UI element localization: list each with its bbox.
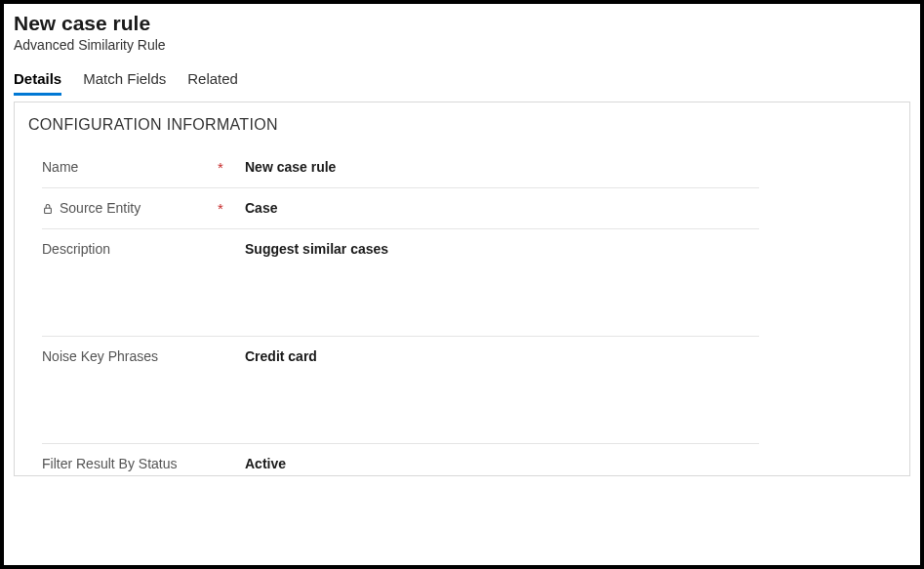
field-row-noise-key-phrases: Noise Key Phrases Credit card — [42, 337, 759, 444]
field-label-noise-key-phrases: Noise Key Phrases — [42, 348, 158, 364]
required-indicator: * — [218, 159, 241, 176]
tab-list: Details Match Fields Related — [4, 57, 920, 96]
tab-related[interactable]: Related — [187, 70, 238, 96]
page-title: New case rule — [14, 12, 910, 35]
section-title: CONFIGURATION INFORMATION — [28, 116, 896, 134]
field-value-source-entity[interactable]: Case — [241, 200, 277, 216]
configuration-section: CONFIGURATION INFORMATION Name * New cas… — [14, 102, 910, 476]
field-value-name[interactable]: New case rule — [241, 159, 336, 175]
required-indicator: * — [218, 200, 241, 217]
field-row-name: Name * New case rule — [42, 147, 759, 188]
field-value-description[interactable]: Suggest similar cases — [241, 241, 388, 257]
field-label-filter-result-by-status: Filter Result By Status — [42, 456, 178, 471]
field-row-filter-result-by-status: Filter Result By Status Active — [42, 444, 759, 475]
svg-rect-0 — [45, 208, 52, 213]
field-value-filter-result-by-status[interactable]: Active — [241, 456, 286, 471]
field-label-wrap: Source Entity — [42, 200, 218, 216]
field-label-wrap: Description — [42, 241, 218, 257]
field-row-source-entity: Source Entity * Case — [42, 188, 759, 229]
lock-icon — [42, 202, 54, 214]
tab-details[interactable]: Details — [14, 70, 61, 96]
field-label-wrap: Name — [42, 159, 218, 175]
field-label-wrap: Filter Result By Status — [42, 456, 218, 471]
field-value-noise-key-phrases[interactable]: Credit card — [241, 348, 317, 364]
field-label-source-entity: Source Entity — [60, 200, 141, 216]
field-label-description: Description — [42, 241, 110, 257]
tab-match-fields[interactable]: Match Fields — [83, 70, 166, 96]
page-subtitle: Advanced Similarity Rule — [14, 37, 910, 53]
form-header: New case rule Advanced Similarity Rule — [4, 4, 920, 57]
field-row-description: Description Suggest similar cases — [42, 229, 759, 337]
field-label-wrap: Noise Key Phrases — [42, 348, 218, 364]
field-label-name: Name — [42, 159, 78, 175]
